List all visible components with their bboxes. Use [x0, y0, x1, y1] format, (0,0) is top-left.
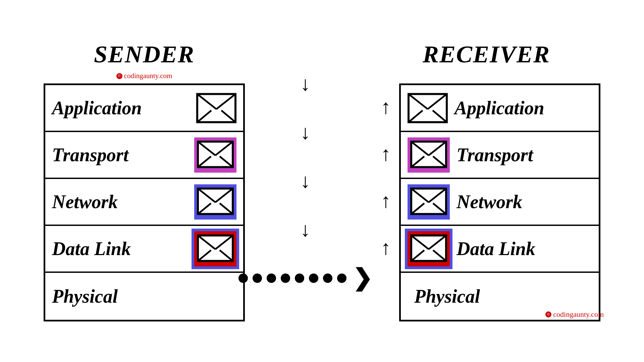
- receiver-network-envelope: [408, 184, 450, 220]
- envelope-datalink-receiver-icon: [410, 234, 447, 262]
- middle-area: ↓ ↓ ↓ ↓ ❯: [245, 60, 366, 302]
- arrow-datalink: ↓: [300, 206, 310, 253]
- receiver-network-row: Network: [401, 179, 599, 226]
- sender-application-label: Application: [52, 97, 196, 119]
- receiver-transport-row: Transport: [401, 132, 599, 179]
- receiver-datalink-envelope: [408, 231, 450, 266]
- arrow-down-datalink: ↓: [300, 220, 310, 240]
- sender-application-row: Application: [45, 85, 243, 132]
- sender-title-area: SENDER © codingaunty.com: [94, 41, 195, 81]
- envelope-application-sender-icon: [196, 92, 236, 124]
- receiver-datalink-row: Data Link: [401, 226, 599, 273]
- sender-network-label: Network: [52, 191, 194, 213]
- receiver-application-label: Application: [448, 97, 592, 119]
- envelope-transport-sender-icon: [197, 140, 234, 169]
- envelope-network-receiver-icon: [410, 187, 447, 216]
- sender-physical-label: Physical: [52, 286, 236, 307]
- arrow-up-datalink: ↑: [381, 236, 391, 259]
- envelope-application-receiver-icon: [408, 92, 448, 124]
- envelope-transport-receiver-icon: [410, 140, 447, 169]
- receiver-stack: Application T: [399, 83, 600, 321]
- sender-watermark-text: codingaunty.com: [124, 72, 172, 80]
- receiver-transport-envelope: [408, 137, 450, 173]
- arrow-transport: ↓: [300, 109, 310, 156]
- sender-application-envelope: [196, 92, 236, 124]
- receiver-transport-label: Transport: [450, 144, 592, 166]
- dot-1: [238, 274, 248, 283]
- copyright-bottom-icon: ©: [545, 311, 551, 317]
- arrow-down-network: ↓: [300, 171, 310, 191]
- receiver-network-label: Network: [450, 191, 592, 213]
- envelope-datalink-sender-icon: [197, 234, 234, 262]
- copyright-icon: ©: [116, 73, 122, 79]
- receiver-side: RECEIVER ↑ ↑ ↑ ↑: [372, 41, 600, 321]
- arrow-down-application: ↓: [300, 74, 310, 94]
- envelope-network-sender-icon: [197, 187, 234, 216]
- main-diagram: SENDER © codingaunty.com Application: [37, 41, 607, 321]
- dot-7: [323, 274, 332, 283]
- arrow-up-transport: ↑: [381, 142, 391, 166]
- sender-datalink-envelope: [194, 231, 236, 266]
- dot-8: [337, 274, 346, 283]
- sender-side: SENDER © codingaunty.com Application: [44, 41, 245, 321]
- receiver-physical-label: Physical: [408, 286, 592, 307]
- sender-network-row: Network: [45, 179, 243, 226]
- sender-transport-label: Transport: [52, 144, 194, 166]
- watermark-bottom: © codingaunty.com: [545, 310, 604, 319]
- diagram-container: SENDER © codingaunty.com Application: [37, 41, 607, 321]
- dot-3: [267, 274, 276, 283]
- sender-title: SENDER: [94, 41, 195, 68]
- receiver-title-area: RECEIVER: [423, 41, 550, 81]
- sender-transport-row: Transport: [45, 132, 243, 179]
- sender-stack: Application Transport: [44, 83, 245, 321]
- receiver-application-row: Application: [401, 85, 599, 132]
- arrow-up-network: ↑: [381, 189, 391, 213]
- arrow-application: ↓: [300, 60, 310, 107]
- receiver-application-envelope: [408, 92, 448, 124]
- watermark-bottom-text: codingaunty.com: [553, 310, 604, 319]
- dot-6: [309, 274, 318, 283]
- sender-network-envelope: [194, 184, 236, 220]
- arrow-network: ↓: [300, 158, 310, 204]
- physical-transmission: ❯: [238, 255, 372, 302]
- sender-physical-row: Physical: [45, 273, 243, 320]
- receiver-up-arrows: ↑ ↑ ↑ ↑: [372, 83, 399, 321]
- arrow-down-transport: ↓: [300, 122, 310, 142]
- dot-2: [253, 274, 262, 283]
- sender-transport-envelope: [194, 137, 236, 173]
- middle-area-receiver: [366, 60, 372, 302]
- sender-datalink-row: Data Link: [45, 226, 243, 273]
- sender-watermark: © codingaunty.com: [116, 72, 172, 80]
- receiver-datalink-label: Data Link: [450, 238, 592, 259]
- dot-5: [295, 274, 304, 283]
- receiver-title: RECEIVER: [423, 41, 550, 68]
- sender-datalink-label: Data Link: [52, 238, 194, 259]
- receiver-with-arrows: ↑ ↑ ↑ ↑ Application: [372, 83, 600, 321]
- arrow-up-application: ↑: [381, 96, 391, 119]
- dot-4: [281, 274, 290, 283]
